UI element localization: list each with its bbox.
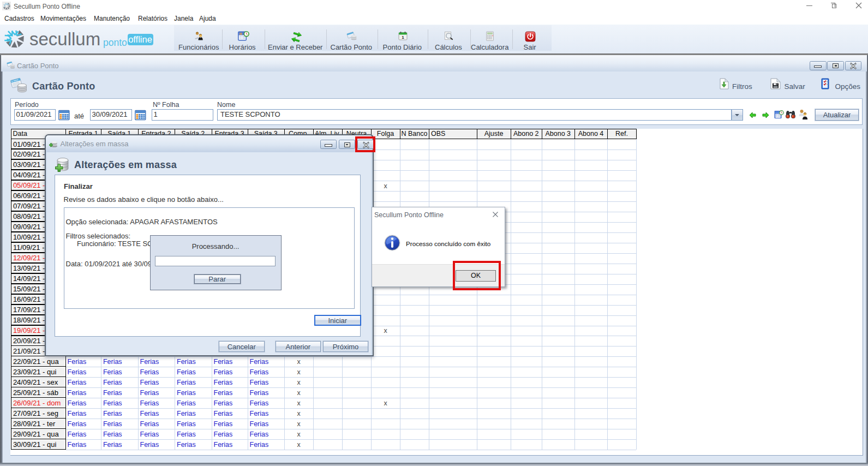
- svg-text:1: 1: [402, 35, 404, 40]
